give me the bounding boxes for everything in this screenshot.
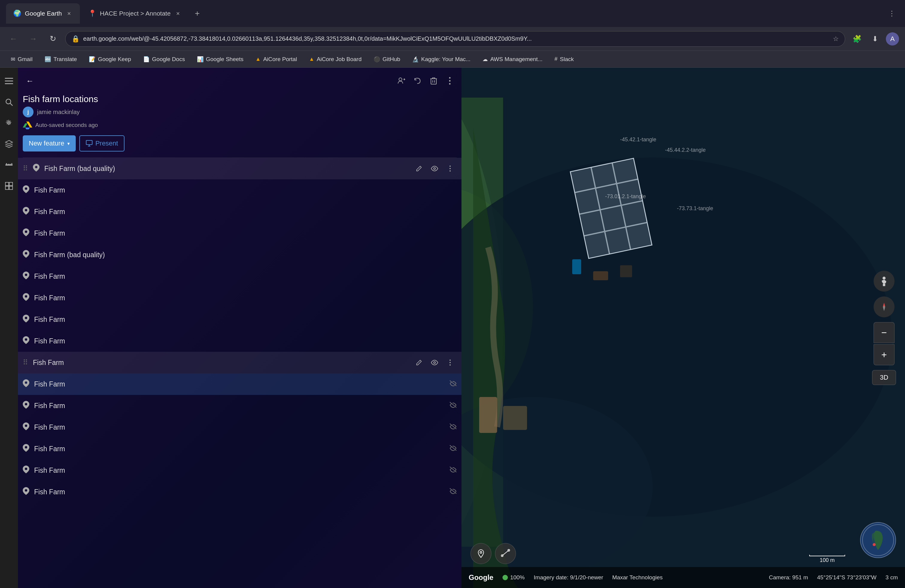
tab-google-earth[interactable]: 🌍 Google Earth ✕ [6,3,80,24]
delete-button[interactable] [427,74,441,88]
refresh-button[interactable]: ↻ [46,32,60,46]
list-item-13[interactable]: Fish Farm [18,438,462,459]
more-options-button[interactable] [443,74,457,88]
hidden-eye-icon-13[interactable] [449,445,457,453]
present-label: Present [95,140,118,147]
drag-handle-icon-0: ⠿ [23,164,28,173]
search-button[interactable] [2,95,16,110]
google-drive-icon [23,121,32,129]
browser-menu-icon[interactable]: ⋮ [884,6,899,21]
bookmark-docs[interactable]: 📄 Google Docs [138,54,190,64]
list-item-10[interactable]: Fish Farm [18,373,462,395]
download-icon[interactable]: ⬇ [868,32,882,46]
bookmark-sheets[interactable]: 📊 Google Sheets [192,54,248,64]
svg-point-22 [449,80,451,82]
hidden-eye-icon-11[interactable] [449,402,457,410]
bookmark-aicore-job[interactable]: ▲ AiCore Job Board [304,54,366,64]
list-item-14[interactable]: Fish Farm [18,459,462,481]
new-feature-button[interactable]: New feature ▾ [23,135,76,151]
hamburger-menu-button[interactable] [2,74,16,89]
star-icon[interactable]: ☆ [833,35,839,43]
bookmark-gmail[interactable]: ✉ Gmail [6,54,37,64]
imagery-provider: Maxar Technologies [612,574,663,581]
item-label-2: Fish Farm [34,208,457,216]
measure-distance-button[interactable] [495,543,516,564]
add-placemark-button[interactable] [470,543,491,564]
view-3d-button[interactable]: 3D [872,370,896,385]
svg-rect-10 [11,163,12,164]
item-label-1: Fish Farm [34,186,457,194]
compass-button[interactable] [873,296,894,317]
url-bar[interactable]: 🔒 earth.google.com/web/@-45.42056872,-73… [65,31,845,47]
list-item-11[interactable]: Fish Farm [18,395,462,416]
hidden-eye-icon-15[interactable] [449,488,457,496]
new-tab-button[interactable]: + [190,6,205,21]
svg-rect-1 [5,81,13,81]
svg-marker-25 [23,123,27,127]
list-item-9[interactable]: ⠿ Fish Farm [18,352,462,373]
bookmark-aws[interactable]: ☁ AWS Management... [478,54,547,64]
undo-button[interactable] [411,74,424,88]
svg-point-80 [883,306,885,308]
list-item-0[interactable]: ⠿ Fish Farm (bad quality) [18,158,462,180]
list-item-8[interactable]: Fish Farm [18,330,462,352]
bookmark-kaggle[interactable]: 🔬 Kaggle: Your Mac... [407,54,475,64]
items-list[interactable]: ⠿ Fish Farm (bad quality) [18,158,462,588]
edit-button-9[interactable] [413,356,426,369]
settings-button[interactable] [2,116,16,130]
tab-close-earth[interactable]: ✕ [65,10,73,17]
bookmark-slack[interactable]: # Slack [550,54,578,64]
bookmark-github[interactable]: ⚫ GitHub [369,54,405,64]
list-item-15[interactable]: Fish Farm [18,481,462,503]
profile-icon[interactable]: A [886,32,899,46]
more-button-0[interactable] [443,162,457,175]
bookmark-sheets-label: Google Sheets [206,56,244,63]
list-item-1[interactable]: Fish Farm [18,180,462,201]
list-item-5[interactable]: Fish Farm [18,265,462,287]
author-name: jamie mackinlay [37,109,79,116]
edit-button-0[interactable] [413,162,426,175]
tab-close-hace[interactable]: ✕ [174,10,181,17]
bookmarks-bar: ✉ Gmail 🔤 Translate 📝 Google Keep 📄 Goog… [0,51,905,68]
zoom-in-button[interactable]: + [873,344,894,365]
map-area[interactable]: -45.42.1-tangle -45.44.2.2-tangle -73.01… [462,68,905,588]
bookmark-translate[interactable]: 🔤 Translate [40,54,82,64]
list-item-4[interactable]: Fish Farm (bad quality) [18,244,462,265]
grid-button[interactable] [2,178,16,194]
item-label-3: Fish Farm [34,229,457,237]
globe-minimap[interactable] [860,522,896,558]
address-bar: ← → ↻ 🔒 earth.google.com/web/@-45.420568… [0,27,905,51]
extension-icon-1[interactable]: 🧩 [850,32,864,46]
bookmark-aicore[interactable]: ▲ AiCore Portal [251,54,302,64]
bookmark-keep[interactable]: 📝 Google Keep [84,54,136,64]
coordinates: 45°25'14"S 73°23'03"W [817,574,876,581]
layers-button[interactable] [2,137,16,151]
distance-label: 3 cm [886,574,898,581]
zoom-out-button[interactable]: − [873,322,894,343]
back-button[interactable]: ← [23,74,37,88]
add-person-button[interactable] [394,74,408,88]
list-item-12[interactable]: Fish Farm [18,416,462,438]
slack-favicon: # [554,56,557,62]
location-pin-icon-8 [23,336,29,346]
list-item-7[interactable]: Fish Farm [18,309,462,330]
svg-line-4 [10,103,13,106]
forward-button[interactable]: → [26,32,41,46]
pegman-button[interactable] [873,271,894,292]
hidden-eye-icon-10[interactable] [449,380,457,388]
hidden-eye-icon-14[interactable] [449,466,457,474]
visibility-button-9[interactable] [428,356,441,369]
list-item-6[interactable]: Fish Farm [18,287,462,309]
list-item-3[interactable]: Fish Farm [18,222,462,244]
svg-point-72 [883,277,886,280]
back-button[interactable]: ← [6,32,21,46]
hidden-eye-icon-12[interactable] [449,423,457,431]
list-item-2[interactable]: Fish Farm [18,201,462,222]
present-button[interactable]: Present [79,135,125,151]
globe-button[interactable] [860,522,896,558]
visibility-button-0[interactable] [428,162,441,175]
tab-hace[interactable]: 📍 HACE Project > Annotate ✕ [81,3,189,24]
more-button-9[interactable] [443,356,457,369]
gmail-favicon: ✉ [11,56,15,63]
measure-button[interactable] [2,157,16,172]
